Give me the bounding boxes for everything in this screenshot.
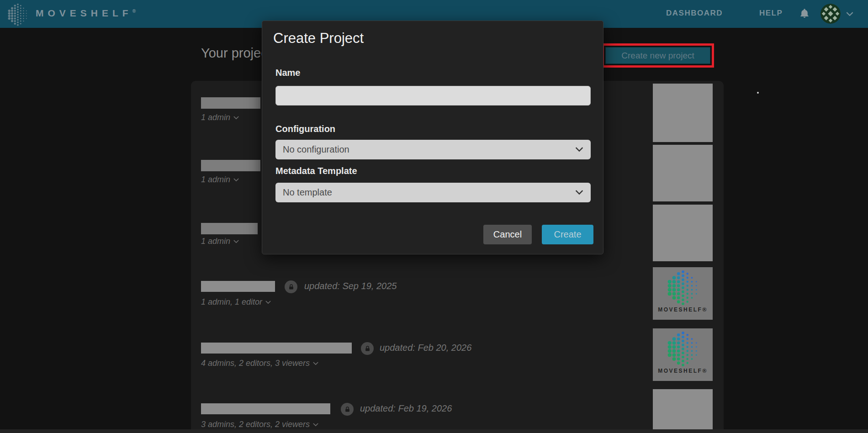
project-thumbnail-moveshelf[interactable]: MOVESHELF® [653,267,713,320]
create-button[interactable]: Create [542,225,593,244]
moveshelf-logo-icon [667,270,699,306]
project-updated-date: updated: Sep 19, 2025 [304,281,397,291]
configuration-select[interactable]: No configuration [275,140,591,159]
create-project-modal: Create Project Name Configuration No con… [262,21,603,254]
configuration-label: Configuration [275,124,335,134]
moveshelf-logo-icon [7,3,28,26]
red-annotation-box: Create new project [602,43,714,68]
chevron-down-icon[interactable] [846,12,853,16]
project-thumbnail[interactable] [653,145,713,201]
project-thumbnail-moveshelf[interactable]: MOVESHELF® [653,328,713,381]
nav-dashboard-link[interactable]: DASHBOARD [666,9,723,18]
project-members-toggle[interactable]: 1 admin [201,237,239,246]
chevron-down-icon [313,362,318,365]
project-updated-date: updated: Feb 19, 2026 [360,403,452,414]
project-members-toggle[interactable]: 1 admin, 1 editor [201,297,271,307]
lock-icon [344,406,351,413]
chevron-down-icon [233,116,239,120]
lock-icon [364,345,371,352]
cancel-button[interactable]: Cancel [483,225,532,244]
chevron-down-icon [265,301,271,304]
project-name-placeholder[interactable] [201,223,258,234]
project-name-placeholder[interactable] [201,281,275,292]
project-members-toggle[interactable]: 4 admins, 2 editors, 3 viewers [201,359,318,368]
project-roles-label: 1 admin [201,237,230,246]
chevron-down-icon [233,240,239,243]
modal-title: Create Project [273,30,364,47]
avatar-identicon-icon [820,4,841,24]
chevron-down-icon [575,147,583,152]
project-members-toggle[interactable]: 1 admin [201,175,239,185]
lock-icon [288,284,295,290]
mouse-cursor-dot [757,92,759,94]
project-updated-date: updated: Feb 20, 2026 [380,343,471,353]
metadata-template-label: Metadata Template [275,166,357,176]
project-thumbnail[interactable] [653,389,713,433]
user-avatar[interactable] [820,4,841,24]
configuration-selected-value: No configuration [283,144,349,155]
registered-mark: ® [132,9,136,14]
bottom-edge-strip [0,429,868,433]
lock-badge [361,342,374,355]
project-roles-label: 1 admin [201,113,230,122]
project-name-input[interactable] [275,86,591,106]
project-thumbnail[interactable] [653,84,713,142]
name-label: Name [275,68,300,78]
project-roles-label: 1 admin, 1 editor [201,297,262,307]
chevron-down-icon [313,423,318,427]
template-selected-value: No template [283,187,332,198]
project-members-toggle[interactable]: 3 admins, 2 editors, 2 viewers [201,420,318,429]
project-roles-label: 3 admins, 2 editors, 2 viewers [201,420,310,429]
project-name-placeholder[interactable] [201,343,352,354]
chevron-down-icon [575,190,583,195]
lock-badge [341,403,354,416]
project-name-placeholder[interactable] [201,403,330,414]
thumbnail-brand-text: MOVESHELF® [658,368,708,374]
create-new-project-button[interactable]: Create new project [605,47,710,64]
project-roles-label: 4 admins, 2 editors, 3 viewers [201,359,310,368]
project-thumbnail[interactable] [653,205,713,261]
moveshelf-logo-icon [667,331,699,367]
project-name-placeholder[interactable] [201,97,260,109]
brand-name: MOVESHELF® [36,8,136,19]
project-roles-label: 1 admin [201,175,230,185]
metadata-template-select[interactable]: No template [275,183,591,202]
project-members-toggle[interactable]: 1 admin [201,113,239,122]
bell-icon[interactable] [799,7,810,19]
nav-help-link[interactable]: HELP [759,9,783,18]
thumbnail-brand-text: MOVESHELF® [658,306,708,313]
lock-badge [285,280,297,293]
chevron-down-icon [233,178,239,182]
project-name-placeholder[interactable] [201,160,260,171]
